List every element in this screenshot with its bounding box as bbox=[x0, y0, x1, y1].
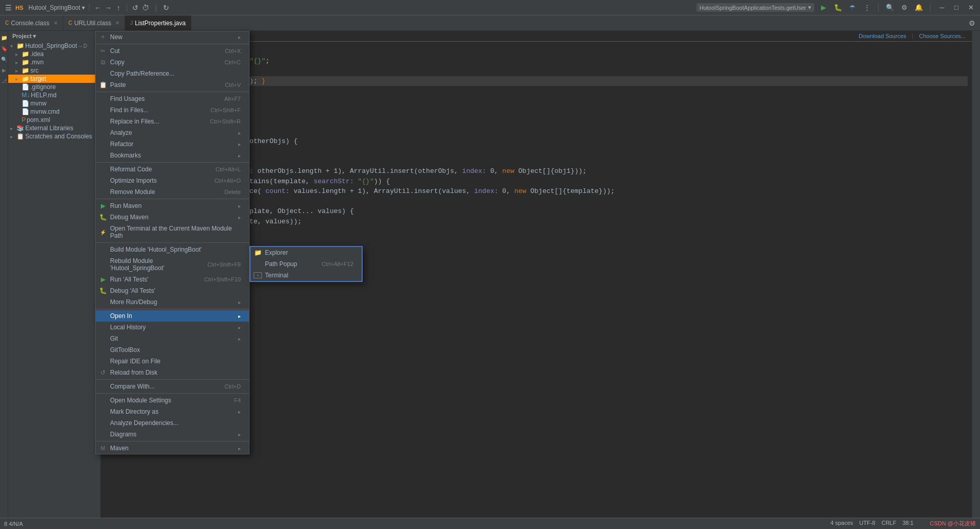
tree-item-root[interactable]: ▾ 📁 Hutool_SpringBoot – D bbox=[8, 42, 100, 50]
status-indent[interactable]: 4 spaces bbox=[830, 520, 853, 527]
activity-find-icon[interactable]: 🔍 bbox=[1, 57, 7, 62]
menu-item-replace-in-files[interactable]: Replace in Files... Ctrl+Shift+R bbox=[96, 116, 249, 127]
project-panel-header[interactable]: Project ▾ bbox=[8, 31, 100, 42]
choose-sources-link[interactable]: Choose Sources... bbox=[919, 33, 966, 39]
menu-item-find-usages[interactable]: Find Usages Alt+F7 bbox=[96, 93, 249, 104]
redo-icon[interactable]: ↻ bbox=[162, 4, 170, 12]
project-name[interactable]: Hutool_SpringBoot ▾ bbox=[28, 4, 85, 11]
menu-item-new[interactable]: + New ▸ bbox=[96, 31, 249, 43]
minimize-button[interactable]: ─ bbox=[937, 3, 947, 13]
menu-item-reload-disk[interactable]: ↺ Reload from Disk bbox=[96, 367, 249, 378]
activity-bookmark-icon[interactable]: 🔖 bbox=[1, 46, 7, 51]
tree-item-pomxml[interactable]: P pom.xml bbox=[8, 116, 100, 124]
run-config-selector[interactable]: HutoolSpringBootApplicationTests.getUser… bbox=[697, 3, 814, 12]
menu-item-rebuild-module[interactable]: Rebuild Module 'Hutool_SpringBoot' Ctrl+… bbox=[96, 255, 249, 274]
menu-sep-2 bbox=[96, 92, 249, 92]
menu-item-git[interactable]: Git ▸ bbox=[96, 333, 249, 344]
tree-item-idea[interactable]: ▸ 📁 .idea bbox=[8, 50, 100, 58]
menu-item-open-in[interactable]: Open In ▸ bbox=[96, 310, 249, 322]
menu-arrow-diagrams: ▸ bbox=[238, 432, 241, 437]
tab-listproperties[interactable]: J ListProperties.java bbox=[125, 15, 191, 30]
status-encoding[interactable]: UTF-8 bbox=[859, 520, 875, 527]
tree-item-gitignore[interactable]: 📄 .gitignore bbox=[8, 83, 100, 91]
menu-item-mark-directory[interactable]: Mark Directory as ▸ bbox=[96, 406, 249, 417]
menu-item-run-all-tests[interactable]: ▶ Run 'All Tests' Ctrl+Shift+F10 bbox=[96, 274, 249, 285]
menu-item-reformat[interactable]: Reformat Code Ctrl+Alt+L bbox=[96, 164, 249, 175]
menu-item-build-module[interactable]: Build Module 'Hutool_SpringBoot' bbox=[96, 244, 249, 255]
run-button[interactable]: ▶ bbox=[818, 3, 829, 13]
menu-label-open-module-settings: Open Module Settings bbox=[110, 397, 171, 404]
tree-item-scratches[interactable]: ▸ 📋 Scratches and Consoles bbox=[8, 132, 100, 140]
menu-item-find-in-files[interactable]: Find in Files... Ctrl+Shift+F bbox=[96, 104, 249, 116]
tree-arrow-root: ▾ bbox=[10, 43, 15, 49]
close-button[interactable]: ✕ bbox=[966, 3, 976, 13]
tree-arrow-mvn: ▸ bbox=[15, 60, 21, 65]
tree-item-mvnw[interactable]: 📄 mvnw bbox=[8, 99, 100, 108]
revert-icon[interactable]: ↺ bbox=[131, 4, 139, 12]
activity-run-icon[interactable]: ▶ bbox=[2, 67, 6, 73]
submenu-item-explorer[interactable]: 📁 Explorer bbox=[251, 247, 362, 258]
submenu-item-path-popup[interactable]: Path Popup Ctrl+Alt+F12 bbox=[251, 258, 362, 270]
menu-arrow-local-history: ▸ bbox=[238, 325, 241, 330]
download-sources-link[interactable]: Download Sources bbox=[859, 33, 906, 39]
menu-item-compare-with[interactable]: Compare With... Ctrl+D bbox=[96, 381, 249, 392]
menu-item-open-module-settings[interactable]: Open Module Settings F4 bbox=[96, 395, 249, 406]
notifications-icon[interactable]: 🔔 bbox=[914, 3, 924, 13]
menu-item-debug-maven[interactable]: 🐛 Debug Maven ▸ bbox=[96, 211, 249, 223]
menu-item-local-history[interactable]: Local History ▸ bbox=[96, 322, 249, 333]
tree-item-target[interactable]: ▸ 📁 target bbox=[8, 75, 100, 83]
menu-label-gittoolbox: GitToolBox bbox=[110, 346, 140, 354]
menu-item-debug-all-tests[interactable]: 🐛 Debug 'All Tests' bbox=[96, 285, 249, 296]
menu-label-mark-directory: Mark Directory as bbox=[110, 408, 158, 415]
menu-arrow-maven: ▸ bbox=[238, 446, 241, 451]
more-actions-button[interactable]: ⋮ bbox=[862, 3, 872, 13]
tab-urlutil-class[interactable]: C URLUtil.class ✕ bbox=[63, 15, 125, 30]
menu-label-analyze-deps: Analyze Dependencies... bbox=[110, 419, 179, 427]
menu-item-repair-ide[interactable]: Repair IDE on File bbox=[96, 356, 249, 367]
menu-item-run-maven[interactable]: ▶ Run Maven ▸ bbox=[96, 200, 249, 211]
tab-console-class[interactable]: C Console.class ✕ bbox=[0, 15, 63, 30]
menu-item-analyze[interactable]: Analyze ▸ bbox=[96, 127, 249, 138]
menu-item-paste[interactable]: 📋 Paste Ctrl+V bbox=[96, 79, 249, 91]
menu-item-open-terminal-maven[interactable]: ⚡ Open Terminal at the Current Maven Mod… bbox=[96, 223, 249, 241]
menu-item-diagrams[interactable]: Diagrams ▸ bbox=[96, 429, 249, 440]
history-icon[interactable]: ⏱ bbox=[141, 4, 150, 12]
menu-item-optimize-imports[interactable]: Optimize Imports Ctrl+Alt+O bbox=[96, 175, 249, 186]
menu-item-gittoolbox[interactable]: GitToolBox bbox=[96, 344, 249, 356]
menu-item-maven[interactable]: M Maven ▸ bbox=[96, 443, 249, 454]
tabs-bar: C Console.class ✕ C URLUtil.class ✕ J Li… bbox=[0, 15, 980, 31]
nav-up-icon[interactable]: ↑ bbox=[114, 4, 122, 12]
tab-close-console[interactable]: ✕ bbox=[54, 20, 58, 26]
submenu-item-terminal[interactable]: ▪ Terminal bbox=[251, 270, 362, 281]
menu-item-bookmarks[interactable]: Bookmarks ▸ bbox=[96, 150, 249, 161]
menu-item-more-run-debug[interactable]: More Run/Debug ▸ bbox=[96, 296, 249, 308]
menu-item-analyze-deps[interactable]: Analyze Dependencies... bbox=[96, 417, 249, 429]
menu-item-refactor[interactable]: Refactor ▸ bbox=[96, 138, 249, 150]
menu-item-cut[interactable]: ✂ Cut Ctrl+X bbox=[96, 45, 249, 57]
tab-settings-icon[interactable]: ⚙ bbox=[968, 19, 976, 27]
tree-item-src[interactable]: ▸ 📁 src bbox=[8, 66, 100, 75]
toolbar-right: HutoolSpringBootApplicationTests.getUser… bbox=[697, 3, 976, 13]
coverage-button[interactable]: ☂ bbox=[847, 3, 858, 13]
menu-icon-new: + bbox=[99, 33, 107, 41]
tree-item-extlibs[interactable]: ▸ 📚 External Libraries bbox=[8, 124, 100, 132]
maximize-button[interactable]: □ bbox=[951, 3, 961, 13]
nav-forward-icon[interactable]: → bbox=[104, 4, 112, 12]
nav-back-icon[interactable]: ← bbox=[94, 4, 102, 12]
tab-close-urlutil[interactable]: ✕ bbox=[115, 20, 119, 26]
hamburger-icon[interactable]: ☰ bbox=[4, 4, 12, 12]
search-everywhere-icon[interactable]: 🔍 bbox=[885, 3, 895, 13]
tree-item-mvnwcmd[interactable]: 📄 mvnw.cmd bbox=[8, 108, 100, 116]
activity-project-icon[interactable]: 📁 bbox=[1, 35, 7, 41]
debug-button[interactable]: 🐛 bbox=[833, 3, 843, 13]
menu-item-copy[interactable]: ⧉ Copy Ctrl+C bbox=[96, 57, 249, 68]
status-left: 8 4/N/A bbox=[4, 521, 23, 527]
menu-item-remove-module[interactable]: Remove Module Delete bbox=[96, 186, 249, 198]
settings-icon[interactable]: ⚙ bbox=[899, 3, 910, 13]
status-line-sep[interactable]: CRLF bbox=[881, 520, 896, 527]
activity-git-icon[interactable]: ⎇ bbox=[1, 78, 7, 84]
menu-label-debug-maven: Debug Maven bbox=[110, 214, 149, 221]
menu-item-copy-path[interactable]: Copy Path/Reference... bbox=[96, 68, 249, 79]
tree-item-mvn[interactable]: ▸ 📁 .mvn bbox=[8, 58, 100, 66]
tree-item-helpmd[interactable]: M↓ HELP.md bbox=[8, 91, 100, 99]
